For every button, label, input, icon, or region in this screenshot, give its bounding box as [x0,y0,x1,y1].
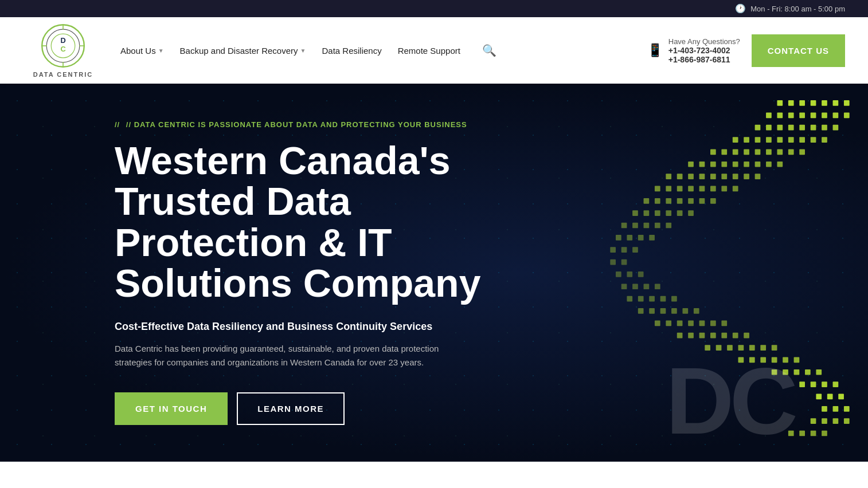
nav-data-resiliency[interactable]: Data Resiliency [322,46,381,56]
logo-text: DATA CENTRIC [33,71,93,78]
svg-rect-156 [833,381,839,387]
svg-rect-31 [833,125,839,131]
svg-rect-13 [822,100,827,106]
svg-rect-74 [721,186,727,192]
svg-rect-39 [811,137,816,143]
svg-rect-165 [833,418,839,424]
phone-primary[interactable]: +1-403-723-4002 [668,46,740,55]
svg-rect-104 [627,271,632,277]
svg-rect-152 [816,369,822,375]
hero-tagline-text: // DATA CENTRIC IS PASSIONATE ABOUT DATA… [126,120,467,129]
nav-remote-support[interactable]: Remote Support [398,46,460,56]
svg-rect-73 [710,186,716,192]
svg-rect-42 [721,149,727,155]
svg-rect-9 [777,100,783,106]
svg-rect-89 [621,223,627,229]
svg-rect-121 [655,320,660,326]
svg-rect-37 [788,137,794,143]
svg-rect-98 [610,247,616,253]
svg-rect-94 [616,235,621,241]
svg-rect-105 [638,271,644,277]
svg-rect-85 [655,210,660,216]
hero-section: DC // // DATA CENTRIC IS PASSIONATE ABOU… [0,84,868,462]
svg-rect-111 [638,296,644,302]
svg-rect-164 [822,418,827,424]
svg-rect-40 [822,137,827,143]
svg-rect-117 [660,308,666,314]
svg-rect-115 [638,308,644,314]
svg-rect-101 [610,259,616,265]
svg-rect-147 [794,357,800,363]
svg-rect-129 [688,333,694,339]
svg-rect-24 [755,125,761,131]
svg-rect-103 [616,271,621,277]
learn-more-button[interactable]: LEARN MORE [237,392,345,425]
svg-rect-20 [811,112,816,118]
svg-rect-78 [666,198,671,204]
svg-rect-96 [638,235,644,241]
svg-rect-50 [688,162,694,167]
svg-rect-79 [677,198,683,204]
nav-about-us[interactable]: About Us ▼ [120,46,164,56]
svg-rect-93 [666,223,671,229]
svg-rect-72 [699,186,705,192]
phone-icon: 📱 [647,43,663,58]
svg-rect-69 [666,186,671,192]
svg-rect-170 [822,431,827,436]
svg-rect-76 [644,198,650,204]
svg-rect-41 [710,149,716,155]
svg-rect-68 [655,186,660,192]
svg-rect-65 [733,174,738,179]
svg-rect-54 [733,162,738,167]
svg-rect-150 [794,369,800,375]
clock-icon: 🕐 [735,3,746,14]
svg-rect-18 [788,112,794,118]
svg-rect-133 [733,333,738,339]
svg-rect-90 [632,223,638,229]
svg-rect-46 [766,149,772,155]
svg-rect-132 [721,333,727,339]
search-icon[interactable]: 🔍 [482,44,496,57]
hero-subtitle: Cost-Effective Data Resiliency and Busin… [115,321,545,333]
svg-rect-161 [833,406,839,412]
svg-rect-99 [621,247,627,253]
hero-description: Data Centric has been providing guarante… [115,342,470,369]
svg-rect-160 [822,406,827,412]
svg-rect-25 [766,125,772,131]
hero-title: Western Canada's Trusted Data Protection… [115,140,545,304]
nav-backup[interactable]: Backup and Disaster Recovery ▼ [180,46,306,56]
svg-rect-102 [621,259,627,265]
svg-rect-128 [677,333,683,339]
svg-rect-97 [649,235,655,241]
svg-rect-95 [627,235,632,241]
svg-rect-63 [710,174,716,179]
svg-rect-114 [671,296,677,302]
contact-us-button[interactable]: CONTACT US [752,34,845,67]
phone-block: 📱 Have Any Questions? +1-403-723-4002 +1… [647,37,740,64]
svg-rect-38 [799,137,805,143]
svg-rect-158 [827,394,833,400]
phone-secondary[interactable]: +1-866-987-6811 [668,55,740,64]
svg-rect-35 [766,137,772,143]
svg-rect-80 [688,198,694,204]
svg-rect-22 [833,112,839,118]
svg-rect-16 [766,112,772,118]
svg-rect-82 [710,198,716,204]
svg-rect-49 [799,149,805,155]
svg-rect-125 [699,320,705,326]
svg-rect-15 [844,100,850,106]
svg-rect-123 [677,320,683,326]
svg-rect-51 [699,162,705,167]
svg-rect-43 [733,149,738,155]
phone-numbers: +1-403-723-4002 +1-866-987-6811 [668,46,740,64]
svg-rect-116 [649,308,655,314]
business-hours: Mon - Fri: 8:00 am - 5:00 pm [750,5,845,13]
svg-rect-162 [844,406,850,412]
svg-text:C: C [60,45,65,53]
logo[interactable]: D C DATA CENTRIC [23,23,103,78]
svg-rect-30 [822,125,827,131]
svg-rect-52 [710,162,716,167]
svg-rect-81 [699,198,705,204]
get-in-touch-button[interactable]: GET IN TOUCH [115,392,228,425]
svg-rect-60 [677,174,683,179]
